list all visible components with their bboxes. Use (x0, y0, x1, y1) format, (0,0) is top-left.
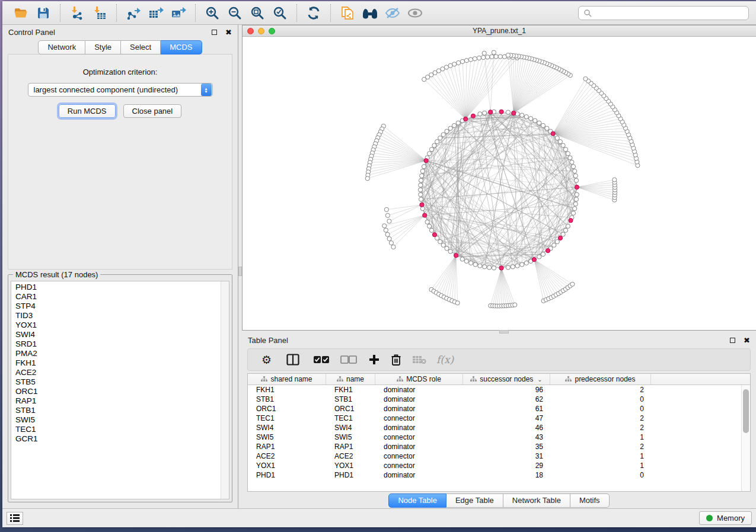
list-item[interactable]: YOX1 (15, 321, 229, 330)
table-cell[interactable]: 0 (550, 395, 651, 403)
graph-node[interactable] (419, 178, 423, 182)
graph-node[interactable] (558, 140, 562, 144)
graph-node[interactable] (537, 121, 541, 125)
graph-node[interactable] (464, 59, 468, 63)
graph-node[interactable] (481, 55, 486, 59)
graph-node[interactable] (537, 255, 541, 259)
graph-node[interactable] (487, 265, 492, 270)
graph-node[interactable] (473, 262, 477, 267)
graph-node[interactable] (570, 160, 574, 164)
search-box[interactable] (578, 6, 749, 20)
graph-node[interactable] (573, 174, 578, 178)
graph-node[interactable] (533, 118, 537, 123)
table-scrollbar[interactable] (741, 385, 750, 491)
table-cell[interactable]: 18 (463, 471, 550, 479)
graph-node[interactable] (428, 224, 432, 228)
table-cell[interactable]: 0 (550, 405, 651, 413)
table-cell[interactable]: STB1 (248, 395, 326, 403)
table-cell[interactable]: 62 (463, 395, 550, 403)
list-item[interactable]: PHD1 (15, 283, 229, 292)
graph-node-dominator[interactable] (512, 111, 516, 115)
graph-node[interactable] (575, 193, 579, 197)
table-row[interactable]: PHD1PHD1dominator180 (248, 470, 750, 480)
graph-node[interactable] (498, 55, 502, 59)
table-cell[interactable]: ORC1 (248, 405, 326, 413)
table-cell[interactable]: YOX1 (248, 462, 326, 470)
list-item[interactable]: STB1 (15, 406, 229, 415)
table-cell[interactable]: SWI5 (248, 433, 326, 441)
graph-node[interactable] (464, 259, 468, 263)
graph-node[interactable] (483, 265, 487, 269)
table-cell[interactable]: SWI5 (326, 433, 375, 441)
graph-node-dominator[interactable] (532, 258, 536, 262)
table-cell[interactable]: connector (375, 462, 463, 470)
splitter-grip[interactable] (499, 330, 509, 334)
graph-node[interactable] (482, 51, 486, 55)
graph-node[interactable] (478, 112, 482, 116)
graph-node-dominator[interactable] (471, 114, 475, 118)
graph-node[interactable] (460, 59, 464, 63)
list-item[interactable]: RAP1 (15, 396, 229, 406)
graph-node[interactable] (492, 266, 496, 270)
graph-node[interactable] (441, 243, 445, 247)
graph-node[interactable] (490, 55, 494, 59)
table-cell[interactable]: PHD1 (248, 471, 326, 479)
table-cell[interactable]: FKH1 (326, 386, 375, 394)
table-cell[interactable]: 43 (463, 433, 550, 441)
tab-edge-table[interactable]: Edge Table (446, 493, 503, 508)
table-cell[interactable]: dominator (375, 443, 463, 451)
close-panel-icon[interactable]: ✖ (225, 30, 232, 35)
graph-node-dominator[interactable] (423, 213, 427, 217)
graph-node[interactable] (455, 301, 460, 305)
graph-node[interactable] (570, 282, 575, 286)
graph-node[interactable] (506, 110, 510, 114)
graph-node[interactable] (552, 243, 556, 247)
list-item[interactable]: PMA2 (15, 349, 229, 358)
graph-node[interactable] (555, 136, 559, 140)
show-all-icon[interactable] (406, 4, 424, 22)
graph-node[interactable] (541, 252, 545, 257)
apply-layout-icon[interactable] (305, 4, 323, 22)
graph-node[interactable] (428, 152, 432, 156)
column-header-MCDS-role[interactable]: MCDS role (375, 374, 463, 384)
table-cell[interactable]: TEC1 (248, 414, 326, 422)
zoom-selected-icon[interactable] (271, 4, 289, 22)
list-item[interactable]: ACE2 (15, 368, 229, 377)
table-cell[interactable]: connector (375, 452, 463, 460)
graph-node[interactable] (492, 50, 496, 55)
table-cell[interactable]: ACE2 (248, 452, 326, 460)
graph-node[interactable] (435, 140, 439, 144)
graph-node[interactable] (494, 55, 498, 59)
graph-node[interactable] (425, 220, 429, 224)
graph-node[interactable] (384, 207, 388, 211)
table-cell[interactable]: 47 (463, 414, 550, 422)
table-cell[interactable]: 61 (463, 405, 550, 413)
graph-node[interactable] (382, 224, 387, 228)
table-row[interactable]: ACE2ACE2connector311 (248, 451, 750, 461)
table-cell[interactable]: RAP1 (326, 443, 375, 451)
table-cell[interactable]: RAP1 (248, 443, 326, 451)
graph-node[interactable] (448, 249, 452, 254)
table-cell[interactable]: 1 (550, 433, 651, 441)
graph-node[interactable] (429, 148, 433, 152)
graph-node[interactable] (389, 241, 393, 245)
graph-node-dominator[interactable] (551, 132, 555, 136)
add-column-icon[interactable] (368, 352, 380, 367)
graph-node-dominator[interactable] (499, 266, 503, 270)
list-item[interactable]: STP4 (15, 302, 229, 311)
graph-node[interactable] (568, 156, 572, 160)
float-panel-icon[interactable] (212, 30, 217, 35)
table-cell[interactable]: PHD1 (326, 471, 375, 479)
select-all-icon[interactable] (313, 352, 330, 367)
mcds-result-list[interactable]: PHD1CAR1STP4TID3YOX1SWI4SRD1PMA2FKH1ACE2… (11, 281, 229, 499)
graph-node[interactable] (473, 57, 477, 61)
tab-network[interactable]: Network (38, 40, 85, 55)
graph-node-dominator[interactable] (464, 117, 468, 121)
graph-node[interactable] (422, 165, 426, 169)
graph-node-dominator[interactable] (454, 254, 458, 258)
graph-node-dominator[interactable] (575, 185, 579, 189)
graph-node[interactable] (432, 143, 436, 148)
table-cell[interactable]: YOX1 (326, 462, 375, 470)
graph-node[interactable] (452, 123, 456, 127)
graph-node-dominator[interactable] (569, 219, 573, 223)
